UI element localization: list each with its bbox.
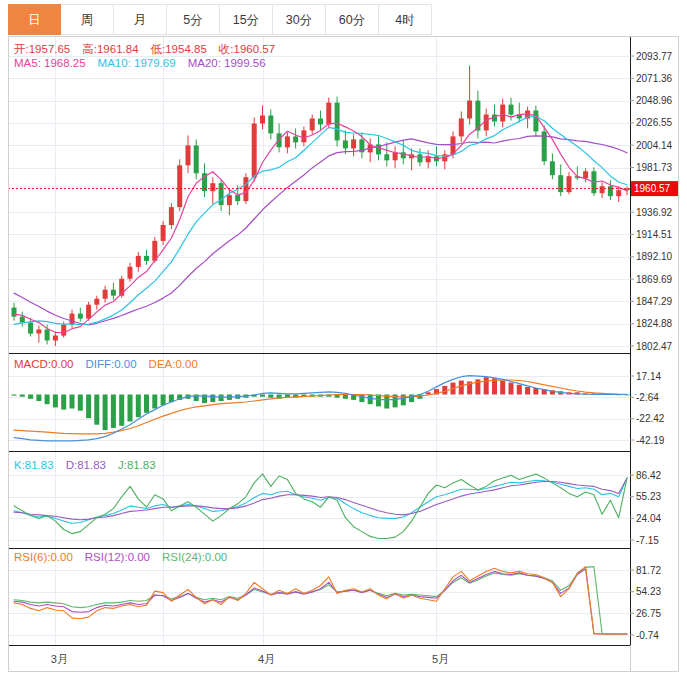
kdj-legend-item: J:81.83	[118, 459, 156, 471]
svg-text:1802.47: 1802.47	[636, 341, 673, 352]
svg-text:86.42: 86.42	[636, 470, 661, 481]
kdj-legend-item: D:81.83	[66, 459, 106, 471]
rsi-legend-item: RSI(6):0.00	[14, 551, 73, 563]
svg-text:81.72: 81.72	[636, 565, 661, 576]
svg-text:54.23: 54.23	[636, 586, 661, 597]
ohlc-legend-item: 高:1961.84	[82, 42, 138, 57]
svg-text:-0.74: -0.74	[636, 630, 659, 641]
rsi-legend-item: RSI(12):0.00	[85, 551, 150, 563]
trading-chart-app: { "toolbar": { "tabs": [ {"label": "日", …	[0, 0, 687, 676]
svg-text:4月: 4月	[258, 653, 275, 665]
svg-text:24.04: 24.04	[636, 513, 661, 524]
svg-text:1824.88: 1824.88	[636, 318, 673, 329]
macd-legend: MACD:0.00DIFF:0.00DEA:0.00	[14, 358, 198, 370]
svg-text:2026.55: 2026.55	[636, 117, 673, 128]
kdj-legend-item: K:81.83	[14, 459, 54, 471]
svg-text:1892.10: 1892.10	[636, 251, 673, 262]
chart-canvas[interactable]: 2093.772071.362048.962026.552004.141981.…	[0, 0, 687, 676]
kdj-legend: K:81.83D:81.83J:81.83	[14, 459, 156, 471]
macd-panel	[12, 376, 657, 441]
svg-text:5月: 5月	[432, 653, 449, 665]
ohlc-legend-item: 收:1960.57	[219, 42, 275, 57]
rsi-legend: RSI(6):0.00RSI(12):0.00RSI(24):0.00	[14, 551, 227, 563]
ma-legend-item: MA10: 1979.69	[98, 57, 176, 69]
ohlc-legend-item: 开:1957.65	[14, 42, 70, 57]
svg-text:2093.77: 2093.77	[636, 51, 673, 62]
rsi-panel	[14, 567, 627, 634]
svg-text:3月: 3月	[51, 653, 68, 665]
x-axis-labels: 3月4月5月	[51, 653, 449, 665]
current-price-badge: 1960.57	[631, 181, 678, 196]
svg-text:1981.73: 1981.73	[636, 162, 673, 173]
svg-text:1936.92: 1936.92	[636, 207, 673, 218]
svg-text:1847.29: 1847.29	[636, 296, 673, 307]
ma-legend-item: MA20: 1999.56	[188, 57, 266, 69]
kdj-panel	[14, 474, 627, 539]
candles-layer	[12, 66, 630, 346]
svg-text:1960.57: 1960.57	[634, 183, 671, 194]
ma-legend: MA5: 1968.25MA10: 1979.69MA20: 1999.56	[14, 57, 266, 69]
svg-text:26.75: 26.75	[636, 608, 661, 619]
macd-legend-item: MACD:0.00	[14, 358, 73, 370]
macd-legend-item: DEA:0.00	[149, 358, 198, 370]
y-axis-labels: 2093.772071.362048.962026.552004.141981.…	[630, 51, 673, 641]
svg-text:2004.14: 2004.14	[636, 140, 673, 151]
svg-text:1914.51: 1914.51	[636, 229, 673, 240]
svg-text:2048.96: 2048.96	[636, 95, 673, 106]
svg-text:-7.15: -7.15	[636, 535, 659, 546]
rsi-legend-item: RSI(24):0.00	[162, 551, 227, 563]
svg-text:-22.42: -22.42	[636, 413, 665, 424]
svg-text:2071.36: 2071.36	[636, 73, 673, 84]
ohlc-legend: 开:1957.65高:1961.84低:1954.85收:1960.57	[14, 42, 275, 57]
svg-text:1869.69: 1869.69	[636, 274, 673, 285]
svg-text:55.23: 55.23	[636, 491, 661, 502]
svg-text:-42.19: -42.19	[636, 435, 665, 446]
svg-text:-2.64: -2.64	[636, 392, 659, 403]
ma-lines	[14, 114, 627, 333]
svg-text:17.14: 17.14	[636, 371, 661, 382]
macd-legend-item: DIFF:0.00	[85, 358, 136, 370]
ohlc-legend-item: 低:1954.85	[151, 42, 207, 57]
ma-legend-item: MA5: 1968.25	[14, 57, 86, 69]
